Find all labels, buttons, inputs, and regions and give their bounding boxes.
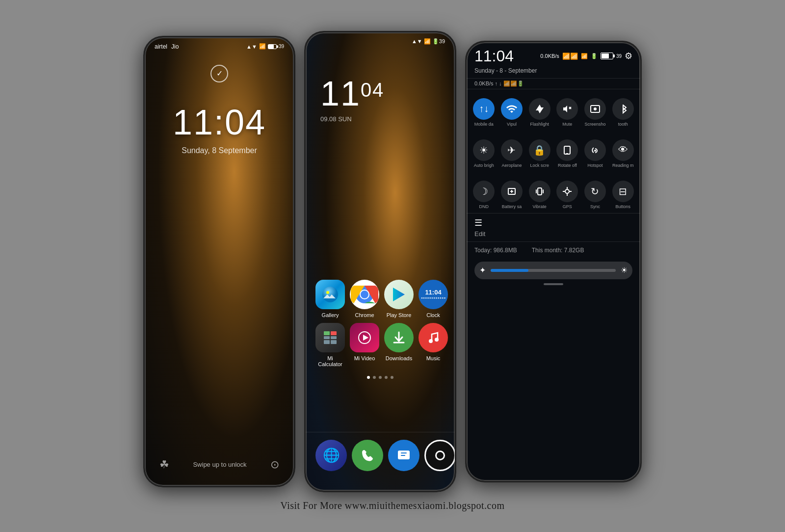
- swipe-text: Swipe up to unlock: [169, 461, 270, 468]
- app-calculator[interactable]: Mi Calculator: [315, 323, 345, 367]
- lock-status-bar: airtel Jio ▲▼ 📶 39: [145, 37, 294, 50]
- phone-notification-panel: 11:04 0.0KB/s 📶📶 📶 🔋 39 ⚙ Sunday - 8 - S…: [465, 41, 642, 482]
- qt-wifi[interactable]: Vipul: [498, 94, 525, 129]
- qt-gps[interactable]: GPS: [554, 177, 581, 211]
- home-clock-time: 11 04: [320, 74, 440, 113]
- phone-homescreen: ▲▼ 📶 🔋39 11 04 09.08 SUN Gallery: [304, 31, 456, 492]
- battery-saver-icon: [501, 181, 523, 202]
- qt-rotate[interactable]: Rotate off: [554, 135, 581, 170]
- qt-screenshot[interactable]: Screensho: [582, 94, 609, 129]
- dock-messages[interactable]: [388, 440, 419, 471]
- svg-point-18: [594, 107, 597, 110]
- wifi-icon: [501, 98, 523, 120]
- sync-icon: ↻: [584, 181, 606, 202]
- data-speed-detail: 0.0KB/s ↑ ↓ 📶📶🔋: [474, 80, 524, 87]
- svg-point-27: [565, 189, 569, 193]
- downloads-icon: [384, 323, 414, 352]
- lotus-icon: ☘: [159, 458, 169, 471]
- lock-time: 11:04: [145, 102, 294, 142]
- qt-airplane[interactable]: ✈ Aeroplane: [498, 135, 525, 170]
- phone-lockscreen: airtel Jio ▲▼ 📶 39 ✓ 11:04 Sunday, 8 Sep…: [143, 36, 295, 487]
- qt-hotspot-label: Hotspot: [587, 163, 602, 168]
- qt-sync[interactable]: ↻ Sync: [582, 177, 609, 211]
- svg-rect-9: [331, 336, 337, 339]
- svg-rect-19: [564, 146, 570, 154]
- qt-battery-saver-label: Battery sa: [502, 204, 522, 209]
- svg-rect-11: [331, 340, 337, 344]
- buttons-icon: ⊟: [612, 181, 634, 202]
- phones-container: airtel Jio ▲▼ 📶 39 ✓ 11:04 Sunday, 8 Sep…: [143, 21, 642, 492]
- qt-lockscreen[interactable]: 🔒 Lock scre: [526, 135, 553, 170]
- edit-dots-icon: ☰: [474, 217, 632, 228]
- qt-mute-label: Mute: [562, 122, 572, 127]
- app-downloads[interactable]: Downloads: [384, 323, 414, 367]
- app-music[interactable]: Music: [419, 323, 448, 367]
- clock-icon: 11:04●●●●●●●●●●●●: [419, 280, 448, 309]
- brightness-min-icon: ✦: [479, 266, 486, 275]
- dock-browser[interactable]: 🌐: [315, 440, 347, 471]
- dot-1: [367, 376, 370, 379]
- app-clock[interactable]: 11:04●●●●●●●●●●●● Clock: [419, 280, 448, 318]
- app-gallery[interactable]: Gallery: [315, 280, 345, 318]
- notif-time: 11:04: [474, 47, 514, 65]
- notif-status-bar: 11:04 0.0KB/s 📶📶 📶 🔋 39 ⚙: [467, 42, 640, 67]
- svg-rect-26: [538, 188, 542, 195]
- home-clock: 11 04 09.08 SUN: [306, 45, 455, 123]
- clock-app-label: Clock: [426, 312, 440, 318]
- qt-vibrate[interactable]: Vibrate: [526, 177, 553, 211]
- qt-flashlight-label: Flashlight: [530, 122, 549, 127]
- dock-launcher[interactable]: [424, 440, 456, 471]
- dot-2: [373, 376, 376, 379]
- notif-date: Sunday - 8 - September: [467, 67, 640, 78]
- gallery-icon: [315, 280, 345, 309]
- reading-mode-icon: 👁: [612, 139, 634, 161]
- dock-phone[interactable]: [352, 440, 383, 471]
- edit-button[interactable]: Edit: [474, 230, 632, 238]
- battery-level: 39: [279, 44, 284, 49]
- qt-flashlight[interactable]: Flashlight: [526, 94, 553, 129]
- dnd-icon: ☽: [473, 181, 495, 202]
- quick-tiles-row2: ☀ Auto brigh ✈ Aeroplane 🔒 Lock scre Rot…: [467, 131, 640, 172]
- svg-rect-6: [324, 331, 330, 335]
- battery-icon: [268, 44, 277, 49]
- chrome-icon: [350, 280, 379, 309]
- qt-reading[interactable]: 👁 Reading m: [609, 135, 636, 170]
- clock-hour: 11: [320, 75, 361, 113]
- qt-lockscreen-label: Lock scre: [530, 163, 549, 168]
- svg-marker-13: [363, 335, 368, 341]
- calculator-icon: [315, 323, 345, 352]
- mivideo-icon: [350, 323, 379, 352]
- page-dots: [306, 376, 455, 379]
- qt-bluetooth[interactable]: tooth: [609, 94, 636, 129]
- data-speed: 0.0KB/s: [540, 53, 559, 59]
- qt-battery-saver[interactable]: Battery sa: [498, 177, 525, 211]
- brightness-qt-icon: ☀: [473, 139, 495, 161]
- qt-mobile-data[interactable]: ↑↓ Mobile da: [471, 94, 497, 129]
- qt-brightness[interactable]: ☀ Auto brigh: [471, 135, 497, 170]
- downloads-label: Downloads: [386, 355, 412, 361]
- launcher-dock-icon: [424, 440, 456, 471]
- qt-hotspot[interactable]: Hotspot: [582, 135, 609, 170]
- playstore-icon: [384, 280, 414, 309]
- dock: 🌐: [306, 432, 455, 481]
- quick-tiles-row3: ☽ DND Battery sa Vibrate GPS: [467, 172, 640, 213]
- messages-dock-icon: [388, 440, 419, 471]
- qt-buttons[interactable]: ⊟ Buttons: [609, 177, 636, 211]
- qt-dnd[interactable]: ☽ DND: [471, 177, 497, 211]
- svg-point-0: [322, 287, 338, 302]
- quick-tiles-row1: ↑↓ Mobile da Vipul Flashlight Mute: [467, 89, 640, 131]
- qt-mute[interactable]: Mute: [554, 94, 581, 129]
- app-playstore[interactable]: Play Store: [384, 280, 414, 318]
- app-mivideo[interactable]: Mi Video: [350, 323, 379, 367]
- check-circle-icon: ✓: [210, 65, 228, 82]
- brightness-bar[interactable]: ✦ ☀: [474, 262, 632, 279]
- qt-bluetooth-label: tooth: [618, 122, 628, 127]
- screenshot-icon: [584, 98, 606, 120]
- app-chrome[interactable]: Chrome: [350, 280, 379, 318]
- rotate-icon: [556, 139, 578, 161]
- svg-rect-10: [324, 340, 330, 344]
- vibrate-icon: [529, 181, 550, 202]
- svg-rect-7: [331, 331, 337, 335]
- qt-screenshot-label: Screensho: [584, 122, 605, 127]
- qt-brightness-label: Auto brigh: [474, 163, 494, 168]
